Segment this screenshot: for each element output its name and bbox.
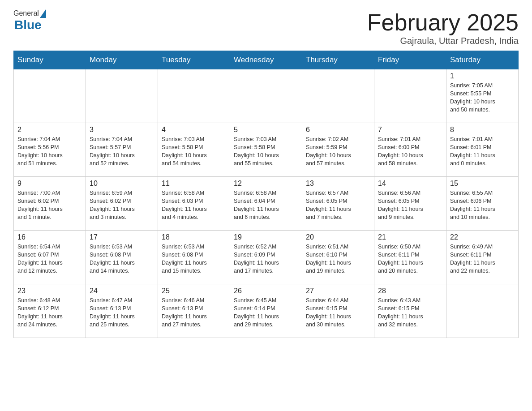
- day-info: Sunrise: 6:45 AMSunset: 6:14 PMDaylight:…: [234, 296, 298, 329]
- calendar-cell: 27Sunrise: 6:44 AMSunset: 6:15 PMDayligh…: [302, 284, 374, 338]
- day-number: 18: [162, 233, 226, 241]
- page-header: General Blue February 2025 Gajraula, Utt…: [13, 9, 519, 46]
- day-info: Sunrise: 6:47 AMSunset: 6:13 PMDaylight:…: [90, 296, 154, 329]
- day-number: 24: [90, 287, 154, 295]
- day-number: 5: [234, 126, 298, 134]
- day-info: Sunrise: 7:01 AMSunset: 6:00 PMDaylight:…: [378, 135, 442, 168]
- day-number: 10: [90, 180, 154, 188]
- day-info: Sunrise: 6:59 AMSunset: 6:02 PMDaylight:…: [90, 189, 154, 222]
- day-info: Sunrise: 7:04 AMSunset: 5:56 PMDaylight:…: [17, 135, 82, 168]
- calendar-cell: [374, 69, 446, 123]
- day-info: Sunrise: 6:54 AMSunset: 6:07 PMDaylight:…: [17, 243, 82, 275]
- day-number: 14: [378, 180, 442, 188]
- day-number: 16: [17, 233, 82, 241]
- day-info: Sunrise: 7:02 AMSunset: 5:59 PMDaylight:…: [306, 135, 370, 168]
- day-of-week-header: Saturday: [446, 51, 519, 69]
- calendar-cell: 16Sunrise: 6:54 AMSunset: 6:07 PMDayligh…: [14, 231, 86, 284]
- calendar-cell: 12Sunrise: 6:58 AMSunset: 6:04 PMDayligh…: [230, 177, 302, 231]
- calendar-week-row: 1Sunrise: 7:05 AMSunset: 5:55 PMDaylight…: [14, 69, 519, 123]
- calendar-cell: 20Sunrise: 6:51 AMSunset: 6:10 PMDayligh…: [302, 231, 374, 284]
- calendar-cell: 28Sunrise: 6:43 AMSunset: 6:15 PMDayligh…: [374, 284, 446, 338]
- calendar-cell: 3Sunrise: 7:04 AMSunset: 5:57 PMDaylight…: [86, 123, 158, 177]
- location-text: Gajraula, Uttar Pradesh, India: [367, 36, 519, 46]
- calendar-week-row: 9Sunrise: 7:00 AMSunset: 6:02 PMDaylight…: [14, 177, 519, 231]
- day-info: Sunrise: 6:49 AMSunset: 6:11 PMDaylight:…: [450, 243, 515, 275]
- day-of-week-header: Monday: [86, 51, 158, 69]
- calendar-cell: [158, 69, 230, 123]
- calendar-cell: 14Sunrise: 6:56 AMSunset: 6:05 PMDayligh…: [374, 177, 446, 231]
- day-info: Sunrise: 6:52 AMSunset: 6:09 PMDaylight:…: [234, 243, 298, 275]
- day-number: 12: [234, 180, 298, 188]
- calendar-cell: [86, 69, 158, 123]
- day-number: 28: [378, 287, 442, 295]
- day-of-week-header: Friday: [374, 51, 446, 69]
- day-number: 3: [90, 126, 154, 134]
- day-info: Sunrise: 6:51 AMSunset: 6:10 PMDaylight:…: [306, 243, 370, 275]
- day-info: Sunrise: 6:46 AMSunset: 6:13 PMDaylight:…: [162, 296, 226, 329]
- day-number: 13: [306, 180, 370, 188]
- day-number: 19: [234, 233, 298, 241]
- calendar-cell: 15Sunrise: 6:55 AMSunset: 6:06 PMDayligh…: [446, 177, 519, 231]
- day-info: Sunrise: 7:00 AMSunset: 6:02 PMDaylight:…: [17, 189, 82, 222]
- calendar-week-row: 2Sunrise: 7:04 AMSunset: 5:56 PMDaylight…: [14, 123, 519, 177]
- calendar-header-row: SundayMondayTuesdayWednesdayThursdayFrid…: [14, 51, 519, 69]
- calendar-cell: [14, 69, 86, 123]
- day-info: Sunrise: 6:43 AMSunset: 6:15 PMDaylight:…: [378, 296, 442, 329]
- calendar-table: SundayMondayTuesdayWednesdayThursdayFrid…: [13, 51, 519, 338]
- day-number: 2: [17, 126, 82, 134]
- calendar-cell: 13Sunrise: 6:57 AMSunset: 6:05 PMDayligh…: [302, 177, 374, 231]
- day-number: 7: [378, 126, 442, 134]
- day-number: 21: [378, 233, 442, 241]
- day-info: Sunrise: 6:58 AMSunset: 6:04 PMDaylight:…: [234, 189, 298, 222]
- calendar-cell: 19Sunrise: 6:52 AMSunset: 6:09 PMDayligh…: [230, 231, 302, 284]
- day-info: Sunrise: 7:04 AMSunset: 5:57 PMDaylight:…: [90, 135, 154, 168]
- calendar-cell: 25Sunrise: 6:46 AMSunset: 6:13 PMDayligh…: [158, 284, 230, 338]
- day-number: 26: [234, 287, 298, 295]
- day-of-week-header: Thursday: [302, 51, 374, 69]
- calendar-cell: 17Sunrise: 6:53 AMSunset: 6:08 PMDayligh…: [86, 231, 158, 284]
- calendar-week-row: 23Sunrise: 6:48 AMSunset: 6:12 PMDayligh…: [14, 284, 519, 338]
- day-info: Sunrise: 6:53 AMSunset: 6:08 PMDaylight:…: [90, 243, 154, 275]
- logo-general-text: General: [13, 9, 39, 17]
- day-info: Sunrise: 6:44 AMSunset: 6:15 PMDaylight:…: [306, 296, 370, 329]
- calendar-cell: 2Sunrise: 7:04 AMSunset: 5:56 PMDaylight…: [14, 123, 86, 177]
- day-number: 27: [306, 287, 370, 295]
- day-number: 23: [17, 287, 82, 295]
- calendar-cell: 5Sunrise: 7:03 AMSunset: 5:58 PMDaylight…: [230, 123, 302, 177]
- calendar-cell: 24Sunrise: 6:47 AMSunset: 6:13 PMDayligh…: [86, 284, 158, 338]
- day-number: 9: [17, 180, 82, 188]
- logo-blue-text: Blue: [14, 18, 42, 32]
- calendar-cell: 26Sunrise: 6:45 AMSunset: 6:14 PMDayligh…: [230, 284, 302, 338]
- day-number: 20: [306, 233, 370, 241]
- day-number: 15: [450, 180, 515, 188]
- day-info: Sunrise: 6:55 AMSunset: 6:06 PMDaylight:…: [450, 189, 515, 222]
- day-info: Sunrise: 7:03 AMSunset: 5:58 PMDaylight:…: [162, 135, 226, 168]
- logo-triangle-icon: [40, 9, 46, 18]
- calendar-cell: [446, 284, 519, 338]
- month-title: February 2025: [367, 9, 519, 36]
- calendar-cell: 21Sunrise: 6:50 AMSunset: 6:11 PMDayligh…: [374, 231, 446, 284]
- day-info: Sunrise: 7:01 AMSunset: 6:01 PMDaylight:…: [450, 135, 515, 168]
- calendar-cell: 6Sunrise: 7:02 AMSunset: 5:59 PMDaylight…: [302, 123, 374, 177]
- day-info: Sunrise: 6:58 AMSunset: 6:03 PMDaylight:…: [162, 189, 226, 222]
- day-number: 1: [450, 72, 515, 80]
- calendar-cell: 9Sunrise: 7:00 AMSunset: 6:02 PMDaylight…: [14, 177, 86, 231]
- day-number: 25: [162, 287, 226, 295]
- calendar-cell: 23Sunrise: 6:48 AMSunset: 6:12 PMDayligh…: [14, 284, 86, 338]
- calendar-cell: 1Sunrise: 7:05 AMSunset: 5:55 PMDaylight…: [446, 69, 519, 123]
- day-info: Sunrise: 7:05 AMSunset: 5:55 PMDaylight:…: [450, 81, 515, 114]
- day-info: Sunrise: 6:48 AMSunset: 6:12 PMDaylight:…: [17, 296, 82, 329]
- day-number: 22: [450, 233, 515, 241]
- day-number: 17: [90, 233, 154, 241]
- calendar-cell: 4Sunrise: 7:03 AMSunset: 5:58 PMDaylight…: [158, 123, 230, 177]
- calendar-cell: 10Sunrise: 6:59 AMSunset: 6:02 PMDayligh…: [86, 177, 158, 231]
- day-number: 11: [162, 180, 226, 188]
- calendar-cell: 7Sunrise: 7:01 AMSunset: 6:00 PMDaylight…: [374, 123, 446, 177]
- day-of-week-header: Tuesday: [158, 51, 230, 69]
- calendar-cell: 18Sunrise: 6:53 AMSunset: 6:08 PMDayligh…: [158, 231, 230, 284]
- day-info: Sunrise: 6:56 AMSunset: 6:05 PMDaylight:…: [378, 189, 442, 222]
- logo: General Blue: [13, 9, 46, 32]
- day-of-week-header: Sunday: [14, 51, 86, 69]
- calendar-cell: 22Sunrise: 6:49 AMSunset: 6:11 PMDayligh…: [446, 231, 519, 284]
- title-section: February 2025 Gajraula, Uttar Pradesh, I…: [367, 9, 519, 46]
